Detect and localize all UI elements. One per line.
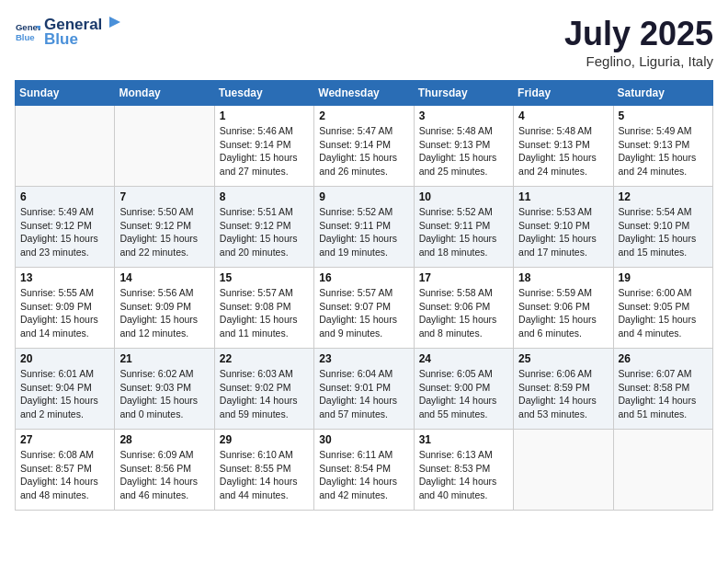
calendar-cell: 26Sunrise: 6:07 AMSunset: 8:58 PMDayligh… — [613, 349, 712, 430]
day-info: Sunrise: 5:59 AMSunset: 9:06 PMDaylight:… — [518, 286, 608, 340]
calendar-cell: 22Sunrise: 6:03 AMSunset: 9:02 PMDayligh… — [214, 349, 313, 430]
calendar-cell — [115, 106, 214, 187]
day-number: 21 — [119, 352, 209, 365]
calendar-cell: 29Sunrise: 6:10 AMSunset: 8:55 PMDayligh… — [214, 430, 313, 511]
day-info: Sunrise: 6:11 AMSunset: 8:54 PMDaylight:… — [319, 448, 408, 502]
day-info: Sunrise: 6:05 AMSunset: 9:00 PMDaylight:… — [419, 367, 508, 421]
day-info: Sunrise: 6:00 AMSunset: 9:05 PMDaylight:… — [619, 286, 708, 340]
day-number: 8 — [220, 190, 309, 203]
weekday-header-sunday: Sunday — [16, 81, 115, 106]
weekday-header-monday: Monday — [115, 81, 214, 106]
day-info: Sunrise: 5:49 AMSunset: 9:13 PMDaylight:… — [619, 124, 708, 178]
calendar-cell: 3Sunrise: 5:48 AMSunset: 9:13 PMDaylight… — [414, 106, 513, 187]
logo: General Blue General Blue — [15, 15, 120, 49]
svg-text:Blue: Blue — [16, 31, 35, 41]
location-subtitle: Feglino, Liguria, Italy — [564, 53, 713, 69]
day-number: 16 — [319, 271, 408, 284]
calendar-cell — [514, 430, 613, 511]
title-block: July 2025 Feglino, Liguria, Italy — [564, 15, 713, 69]
calendar-cell: 9Sunrise: 5:52 AMSunset: 9:11 PMDaylight… — [314, 187, 414, 268]
day-info: Sunrise: 5:47 AMSunset: 9:14 PMDaylight:… — [319, 124, 408, 178]
logo-arrow-icon — [104, 15, 120, 29]
calendar-cell: 23Sunrise: 6:04 AMSunset: 9:01 PMDayligh… — [314, 349, 414, 430]
day-info: Sunrise: 5:46 AMSunset: 9:14 PMDaylight:… — [220, 124, 309, 178]
day-number: 12 — [619, 190, 708, 203]
weekday-header-friday: Friday — [514, 81, 613, 106]
day-number: 9 — [319, 190, 408, 203]
day-info: Sunrise: 6:02 AMSunset: 9:03 PMDaylight:… — [119, 367, 209, 421]
day-info: Sunrise: 6:04 AMSunset: 9:01 PMDaylight:… — [319, 367, 408, 421]
day-info: Sunrise: 5:48 AMSunset: 9:13 PMDaylight:… — [419, 124, 508, 178]
calendar-cell: 25Sunrise: 6:06 AMSunset: 8:59 PMDayligh… — [514, 349, 613, 430]
calendar-cell: 31Sunrise: 6:13 AMSunset: 8:53 PMDayligh… — [414, 430, 513, 511]
calendar-cell: 21Sunrise: 6:02 AMSunset: 9:03 PMDayligh… — [115, 349, 214, 430]
day-info: Sunrise: 5:54 AMSunset: 9:10 PMDaylight:… — [619, 205, 708, 259]
calendar-table: SundayMondayTuesdayWednesdayThursdayFrid… — [15, 80, 713, 511]
calendar-cell: 8Sunrise: 5:51 AMSunset: 9:12 PMDaylight… — [214, 187, 313, 268]
day-number: 26 — [619, 352, 708, 365]
day-info: Sunrise: 6:06 AMSunset: 8:59 PMDaylight:… — [518, 367, 608, 421]
day-number: 4 — [518, 109, 608, 122]
day-number: 28 — [119, 433, 209, 446]
day-number: 6 — [20, 190, 109, 203]
day-info: Sunrise: 6:13 AMSunset: 8:53 PMDaylight:… — [419, 448, 508, 502]
calendar-week-row: 1Sunrise: 5:46 AMSunset: 9:14 PMDaylight… — [16, 106, 713, 187]
weekday-header-tuesday: Tuesday — [214, 81, 313, 106]
day-number: 7 — [119, 190, 209, 203]
calendar-cell: 17Sunrise: 5:58 AMSunset: 9:06 PMDayligh… — [414, 268, 513, 349]
calendar-cell: 4Sunrise: 5:48 AMSunset: 9:13 PMDaylight… — [514, 106, 613, 187]
day-info: Sunrise: 5:52 AMSunset: 9:11 PMDaylight:… — [319, 205, 408, 259]
day-number: 1 — [220, 109, 309, 122]
calendar-cell: 1Sunrise: 5:46 AMSunset: 9:14 PMDaylight… — [214, 106, 313, 187]
weekday-header-thursday: Thursday — [414, 81, 513, 106]
day-number: 17 — [419, 271, 508, 284]
svg-text:General: General — [16, 22, 40, 32]
day-number: 23 — [319, 352, 408, 365]
day-info: Sunrise: 5:53 AMSunset: 9:10 PMDaylight:… — [518, 205, 608, 259]
logo-icon: General Blue — [15, 19, 40, 45]
calendar-cell: 10Sunrise: 5:52 AMSunset: 9:11 PMDayligh… — [414, 187, 513, 268]
calendar-cell: 27Sunrise: 6:08 AMSunset: 8:57 PMDayligh… — [16, 430, 115, 511]
day-info: Sunrise: 5:57 AMSunset: 9:08 PMDaylight:… — [220, 286, 309, 340]
calendar-cell: 11Sunrise: 5:53 AMSunset: 9:10 PMDayligh… — [514, 187, 613, 268]
day-info: Sunrise: 5:49 AMSunset: 9:12 PMDaylight:… — [20, 205, 109, 259]
day-info: Sunrise: 5:50 AMSunset: 9:12 PMDaylight:… — [119, 205, 209, 259]
calendar-cell: 19Sunrise: 6:00 AMSunset: 9:05 PMDayligh… — [613, 268, 712, 349]
day-info: Sunrise: 5:51 AMSunset: 9:12 PMDaylight:… — [220, 205, 309, 259]
calendar-cell: 14Sunrise: 5:56 AMSunset: 9:09 PMDayligh… — [115, 268, 214, 349]
day-info: Sunrise: 5:55 AMSunset: 9:09 PMDaylight:… — [20, 286, 109, 340]
day-info: Sunrise: 6:10 AMSunset: 8:55 PMDaylight:… — [220, 448, 309, 502]
day-number: 29 — [220, 433, 309, 446]
calendar-header-row: SundayMondayTuesdayWednesdayThursdayFrid… — [16, 81, 713, 106]
weekday-header-wednesday: Wednesday — [314, 81, 414, 106]
day-number: 10 — [419, 190, 508, 203]
day-number: 3 — [419, 109, 508, 122]
day-info: Sunrise: 6:08 AMSunset: 8:57 PMDaylight:… — [20, 448, 109, 502]
calendar-week-row: 20Sunrise: 6:01 AMSunset: 9:04 PMDayligh… — [16, 349, 713, 430]
calendar-cell: 2Sunrise: 5:47 AMSunset: 9:14 PMDaylight… — [314, 106, 414, 187]
day-number: 20 — [20, 352, 109, 365]
calendar-cell — [16, 106, 115, 187]
calendar-cell: 12Sunrise: 5:54 AMSunset: 9:10 PMDayligh… — [613, 187, 712, 268]
calendar-cell: 15Sunrise: 5:57 AMSunset: 9:08 PMDayligh… — [214, 268, 313, 349]
calendar-week-row: 6Sunrise: 5:49 AMSunset: 9:12 PMDaylight… — [16, 187, 713, 268]
day-number: 15 — [220, 271, 309, 284]
day-number: 31 — [419, 433, 508, 446]
calendar-cell: 30Sunrise: 6:11 AMSunset: 8:54 PMDayligh… — [314, 430, 414, 511]
day-info: Sunrise: 6:01 AMSunset: 9:04 PMDaylight:… — [20, 367, 109, 421]
day-number: 11 — [518, 190, 608, 203]
svg-marker-4 — [109, 17, 120, 28]
month-title: July 2025 — [564, 15, 713, 53]
day-number: 30 — [319, 433, 408, 446]
calendar-cell: 13Sunrise: 5:55 AMSunset: 9:09 PMDayligh… — [16, 268, 115, 349]
day-number: 25 — [518, 352, 608, 365]
calendar-cell: 7Sunrise: 5:50 AMSunset: 9:12 PMDaylight… — [115, 187, 214, 268]
day-info: Sunrise: 5:48 AMSunset: 9:13 PMDaylight:… — [518, 124, 608, 178]
day-number: 19 — [619, 271, 708, 284]
page-header: General Blue General Blue July 2025 Fegl… — [15, 15, 713, 69]
day-number: 14 — [119, 271, 209, 284]
day-number: 5 — [619, 109, 708, 122]
day-number: 22 — [220, 352, 309, 365]
calendar-cell: 28Sunrise: 6:09 AMSunset: 8:56 PMDayligh… — [115, 430, 214, 511]
calendar-week-row: 27Sunrise: 6:08 AMSunset: 8:57 PMDayligh… — [16, 430, 713, 511]
